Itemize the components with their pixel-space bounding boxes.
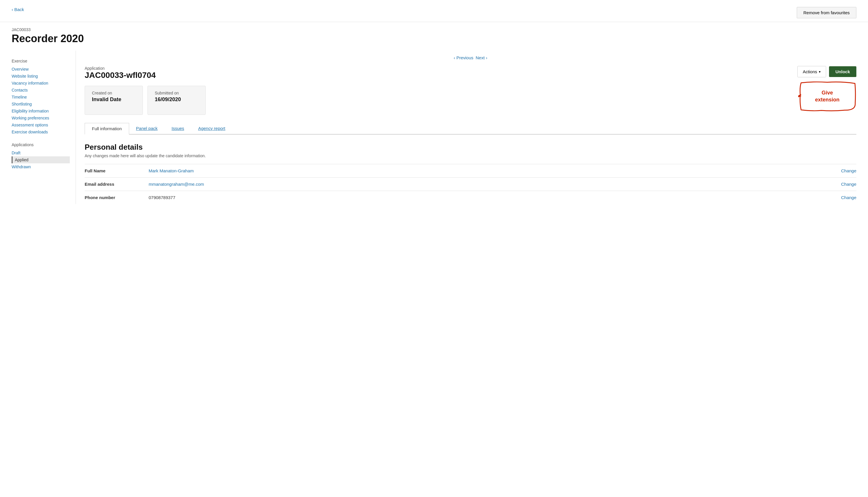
application-label: Application bbox=[85, 66, 156, 71]
content-area: ‹ Previous Next › Application JAC00033-w… bbox=[75, 51, 856, 204]
phone-change-link[interactable]: Change bbox=[841, 195, 856, 200]
unlock-button[interactable]: Unlock bbox=[829, 66, 856, 77]
sidebar-item-website-listing[interactable]: Website listing bbox=[12, 73, 70, 80]
next-link[interactable]: Next › bbox=[476, 55, 487, 60]
remove-favourites-button[interactable]: Remove from favourites bbox=[797, 7, 856, 18]
back-link[interactable]: Back bbox=[12, 7, 24, 12]
svg-text:Give: Give bbox=[822, 90, 833, 96]
field-label-fullname: Full Name bbox=[85, 164, 149, 178]
tab-agency-report[interactable]: Agency report bbox=[191, 123, 232, 134]
sidebar-item-timeline[interactable]: Timeline bbox=[12, 94, 70, 101]
sidebar: Exercise Overview Website listing Vacanc… bbox=[12, 51, 75, 204]
field-label-email: Email address bbox=[85, 178, 149, 191]
exercise-section-label: Exercise bbox=[12, 59, 70, 63]
give-extension-svg: Give extension bbox=[798, 80, 856, 112]
created-label: Created on bbox=[92, 91, 136, 95]
email-change-link[interactable]: Change bbox=[841, 182, 856, 187]
info-cards: Created on Invalid Date Submitted on 16/… bbox=[85, 86, 856, 115]
sidebar-item-contacts[interactable]: Contacts bbox=[12, 87, 70, 94]
sidebar-item-shortlisting[interactable]: Shortlisting bbox=[12, 101, 70, 108]
fullname-change-link[interactable]: Change bbox=[841, 168, 856, 173]
action-buttons: Actions Unlock bbox=[797, 66, 856, 77]
applications-section-label: Applications bbox=[12, 142, 70, 147]
tabs: Full information Panel pack Issues Agenc… bbox=[85, 123, 856, 134]
next-label: Next bbox=[476, 55, 485, 60]
top-bar: Back Remove from favourites bbox=[0, 0, 868, 22]
svg-text:extension: extension bbox=[815, 97, 840, 103]
submitted-value: 16/09/2020 bbox=[155, 97, 198, 103]
previous-label: Previous bbox=[456, 55, 473, 60]
actions-button[interactable]: Actions bbox=[797, 66, 826, 77]
section-subtitle: Any changes made here will also update t… bbox=[85, 154, 856, 158]
sidebar-item-overview[interactable]: Overview bbox=[12, 66, 70, 73]
chevron-right-icon: › bbox=[486, 55, 487, 60]
phone-value: 07908789377 bbox=[149, 191, 703, 204]
sidebar-item-working-preferences[interactable]: Working preferences bbox=[12, 114, 70, 122]
previous-link[interactable]: ‹ Previous bbox=[454, 55, 473, 60]
submitted-card: Submitted on 16/09/2020 bbox=[148, 86, 206, 115]
personal-details-table: Full Name Mark Manaton-Graham Change Ema… bbox=[85, 164, 856, 204]
application-id: JAC00033-wfl0704 bbox=[85, 71, 156, 80]
main-layout: Exercise Overview Website listing Vacanc… bbox=[0, 51, 868, 204]
email-value-link[interactable]: mmanatongraham@me.com bbox=[149, 182, 204, 187]
created-card: Created on Invalid Date bbox=[85, 86, 143, 115]
table-row: Phone number 07908789377 Change bbox=[85, 191, 856, 204]
sidebar-item-applied[interactable]: Applied bbox=[12, 156, 70, 164]
pagination-bar: ‹ Previous Next › bbox=[85, 51, 856, 66]
give-extension-annotation: Give extension bbox=[798, 80, 856, 109]
tab-full-information[interactable]: Full information bbox=[85, 123, 129, 134]
sidebar-item-withdrawn[interactable]: Withdrawn bbox=[12, 164, 70, 170]
submitted-label: Submitted on bbox=[155, 91, 198, 95]
sidebar-item-assessment-options[interactable]: Assessment options bbox=[12, 122, 70, 128]
page-subtitle: JAC00033 bbox=[12, 27, 856, 32]
table-row: Full Name Mark Manaton-Graham Change bbox=[85, 164, 856, 178]
sidebar-item-vacancy-information[interactable]: Vacancy information bbox=[12, 80, 70, 87]
tab-panel-pack[interactable]: Panel pack bbox=[129, 123, 165, 134]
section-title: Personal details bbox=[85, 143, 856, 152]
field-label-phone: Phone number bbox=[85, 191, 149, 204]
application-header: Application JAC00033-wfl0704 Actions Unl… bbox=[85, 66, 856, 80]
chevron-left-icon: ‹ bbox=[454, 55, 455, 60]
fullname-value-link[interactable]: Mark Manaton-Graham bbox=[149, 168, 194, 173]
page-title: Recorder 2020 bbox=[12, 32, 856, 45]
table-row: Email address mmanatongraham@me.com Chan… bbox=[85, 178, 856, 191]
sidebar-item-exercise-downloads[interactable]: Exercise downloads bbox=[12, 128, 70, 136]
page-header: JAC00033 Recorder 2020 bbox=[0, 22, 868, 51]
created-value: Invalid Date bbox=[92, 97, 136, 103]
sidebar-item-eligibility-information[interactable]: Eligibility information bbox=[12, 108, 70, 114]
sidebar-item-draft[interactable]: Draft bbox=[12, 150, 70, 156]
tab-issues[interactable]: Issues bbox=[165, 123, 191, 134]
personal-details-section: Personal details Any changes made here w… bbox=[85, 143, 856, 204]
